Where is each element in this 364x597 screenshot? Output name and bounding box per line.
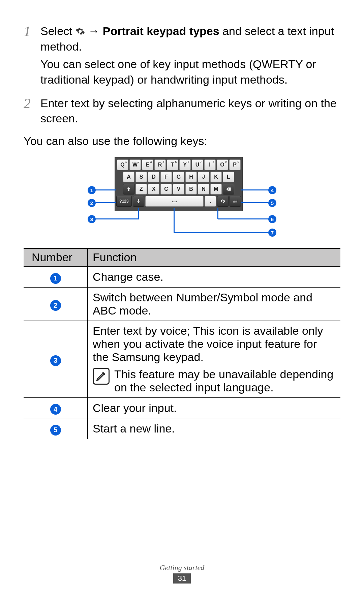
after-steps-text: You can also use the following keys:	[24, 135, 340, 148]
period-key: .	[205, 196, 216, 207]
table-header-number: Number	[24, 248, 88, 266]
keyboard-figure: Q1W2E3R4T5Y6U7I8O9P0 ASDFGHJKL ZXCVBNM ?…	[24, 157, 340, 238]
row-number-badge: 1	[50, 273, 61, 284]
key-V: V	[173, 184, 184, 195]
key-O: O9	[217, 159, 228, 170]
step-list: 1 Select → Portrait keypad types and sel…	[24, 24, 340, 126]
note-icon	[93, 368, 110, 385]
keyboard-row-3: ZXCVBNM	[116, 184, 241, 195]
settings-key	[217, 196, 229, 207]
keyboard-row-4: ?123 .	[116, 196, 241, 207]
callout-badge: 6	[268, 215, 276, 223]
function-table: Number Function 1Change case.2Switch bet…	[24, 248, 340, 439]
key-N: N	[198, 184, 209, 195]
key-U: U7	[192, 159, 203, 170]
callout-badge: 3	[88, 215, 96, 223]
mode-key: ?123	[116, 196, 132, 207]
page-footer: Getting started 31	[0, 563, 364, 584]
row-function: Start a new line.	[88, 418, 340, 439]
row-number-badge: 3	[50, 355, 61, 366]
key-K: K	[210, 172, 222, 182]
key-P: P0	[229, 159, 241, 170]
key-X: X	[148, 184, 159, 195]
key-D: D	[148, 172, 159, 182]
backspace-key	[223, 184, 234, 195]
step-number: 2	[24, 96, 40, 127]
table-row: 5Start a new line.	[24, 418, 340, 439]
key-R: R4	[154, 159, 166, 170]
callout-badge: 4	[268, 186, 276, 194]
key-J: J	[198, 172, 209, 182]
arrow-text: →	[88, 25, 102, 37]
row-number-badge: 4	[50, 404, 61, 415]
space-key	[145, 196, 204, 207]
step-body: Select → Portrait keypad types and selec…	[40, 24, 340, 88]
step-extra: You can select one of key input methods …	[40, 57, 340, 88]
row-number-badge: 5	[50, 425, 61, 436]
key-G: G	[173, 172, 184, 182]
footer-section: Getting started	[0, 563, 364, 572]
table-header-function: Function	[88, 248, 340, 266]
row-function: Change case.	[88, 266, 340, 287]
keyboard: Q1W2E3R4T5Y6U7I8O9P0 ASDFGHJKL ZXCVBNM ?…	[115, 157, 243, 211]
keyboard-row-1: Q1W2E3R4T5Y6U7I8O9P0	[116, 159, 241, 170]
keyboard-row-2: ASDFGHJKL	[116, 172, 241, 182]
key-I: I8	[204, 159, 216, 170]
note: This feature may be unavailable dependin…	[93, 368, 336, 394]
key-A: A	[123, 172, 134, 182]
step-number: 1	[24, 24, 40, 88]
mic-key	[133, 196, 144, 207]
callout-badge: 2	[88, 199, 96, 207]
table-row: 3Enter text by voice; This icon is avail…	[24, 321, 340, 397]
step-body: Enter text by selecting alphanumeric key…	[40, 96, 340, 127]
key-E: E3	[142, 159, 153, 170]
table-row: 1Change case.	[24, 266, 340, 287]
key-F: F	[160, 172, 172, 182]
key-Y: Y6	[179, 159, 191, 170]
key-Q: Q1	[117, 159, 128, 170]
row-function: Clear your input.	[88, 397, 340, 418]
key-H: H	[185, 172, 197, 182]
key-T: T5	[167, 159, 178, 170]
key-W: W2	[129, 159, 141, 170]
key-Z: Z	[135, 184, 147, 195]
page-number: 31	[173, 573, 191, 584]
step-2: 2 Enter text by selecting alphanumeric k…	[24, 96, 340, 127]
row-function: Enter text by voice; This icon is availa…	[88, 321, 340, 397]
key-S: S	[135, 172, 147, 182]
callout-badge: 1	[88, 186, 96, 194]
key-L: L	[223, 172, 234, 182]
callout-badge: 7	[268, 229, 276, 237]
step-text-pre: Select	[40, 25, 75, 37]
step-text-bold: Portrait keypad types	[103, 25, 219, 37]
key-C: C	[160, 184, 172, 195]
enter-key	[230, 196, 241, 207]
key-B: B	[185, 184, 197, 195]
shift-key	[123, 184, 134, 195]
callout-badge: 5	[268, 199, 276, 207]
row-function: Switch between Number/Symbol mode and AB…	[88, 287, 340, 321]
table-row: 4Clear your input.	[24, 397, 340, 418]
table-row: 2Switch between Number/Symbol mode and A…	[24, 287, 340, 321]
gear-icon	[75, 27, 85, 36]
step-1: 1 Select → Portrait keypad types and sel…	[24, 24, 340, 88]
note-text: This feature may be unavailable dependin…	[114, 368, 336, 394]
key-M: M	[210, 184, 222, 195]
row-number-badge: 2	[50, 300, 61, 311]
